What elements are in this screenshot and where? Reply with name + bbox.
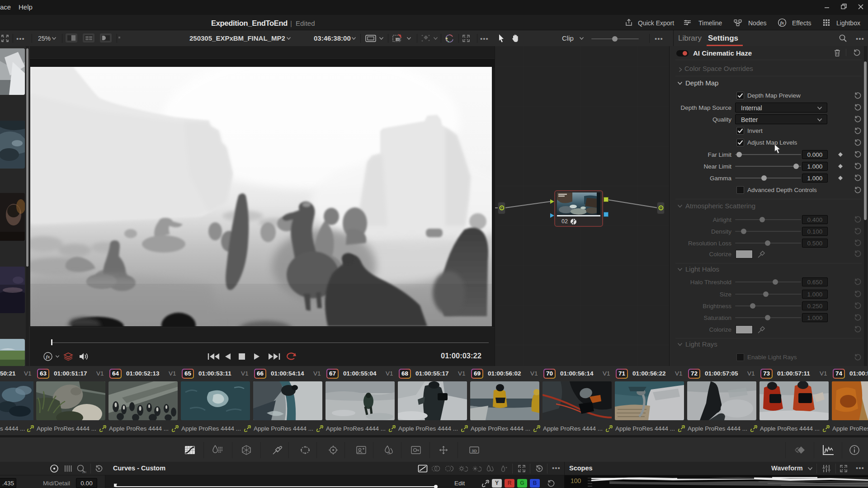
svg-text:YA: YA (387, 452, 391, 455)
svg-text:3D: 3D (472, 449, 477, 453)
svg-text:fx: fx (780, 20, 784, 25)
svg-text:LOG: LOG (82, 471, 86, 474)
svg-text:fx: fx (46, 354, 50, 359)
svg-text:FXF: FXF (396, 38, 400, 41)
